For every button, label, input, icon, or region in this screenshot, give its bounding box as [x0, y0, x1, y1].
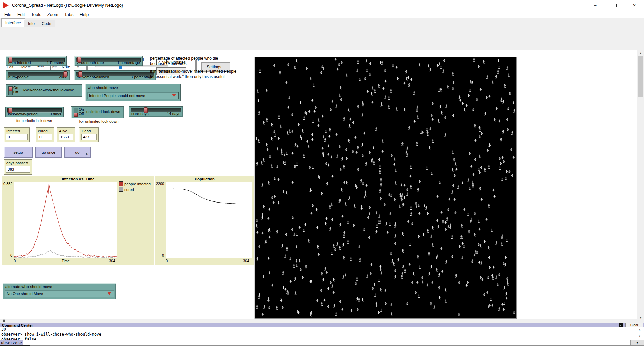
plot-area [166, 182, 252, 258]
window-title: Corona_Spread - NetLogo {H:\Google Drive… [12, 3, 123, 8]
menu-zoom[interactable]: Zoom [44, 11, 61, 18]
switch-off-label: Off [13, 90, 18, 94]
plot-infection-vs-time: Infection vs. Time 0.352 0 0 Time 364 pe… [2, 176, 154, 265]
splitter-up-icon[interactable] [3, 319, 5, 321]
slider-thumb[interactable] [8, 108, 12, 113]
menu-tabs[interactable]: Tabs [61, 11, 76, 18]
plot-canvas [14, 182, 117, 258]
scroll-up-icon[interactable]: ∧ [639, 328, 641, 331]
x-axis-min-label: 0 [166, 259, 168, 263]
history-dropdown-button[interactable]: ▼ [630, 340, 644, 345]
switch-track[interactable] [74, 108, 78, 117]
maximize-button[interactable] [605, 0, 625, 11]
command-input[interactable] [23, 340, 630, 345]
netlogo-logo-icon [3, 2, 9, 8]
slider-thumb[interactable] [78, 71, 82, 77]
monitor-label: cured [38, 129, 48, 133]
switch-knob[interactable] [9, 87, 12, 91]
monitor-alive: Alive 1563 [57, 127, 75, 142]
switch-unlimited-lock-down[interactable]: On Off unlimited-lock-down [71, 106, 124, 118]
monitor-value: 363 [6, 166, 30, 173]
slider-num-infected[interactable]: num-infected 1 Persons [6, 56, 67, 66]
monitor-cured: cured 0 [36, 127, 54, 142]
chooser-selected-value[interactable]: No One should Move [5, 290, 114, 297]
monitor-value: 437 [81, 134, 97, 140]
chooser-value-text: No One should Move [7, 292, 43, 296]
go-button[interactable]: go ↻ [64, 147, 91, 158]
menu-file[interactable]: File [1, 11, 14, 18]
note-who-should-move: If in "Who-should-move" there is "Limite… [150, 69, 264, 79]
slider-lock-down-period[interactable]: lock-down-period 0 days [5, 107, 64, 117]
output-line: observer: false [0, 337, 637, 340]
title-bar: Corona_Spread - NetLogo {H:\Google Drive… [0, 0, 644, 11]
scroll-down-icon[interactable]: ∨ [639, 334, 641, 337]
output-line: observer> show i-will-chose-who-should-m… [0, 332, 637, 337]
plot-area [14, 182, 117, 258]
maximize-icon [613, 4, 617, 7]
plot-population: Population 2200 0 0 364 [155, 176, 255, 265]
close-icon: ✕ [633, 3, 636, 8]
close-button[interactable]: ✕ [625, 0, 644, 11]
chooser-value-text: Infected People should not move [89, 94, 145, 98]
tab-strip: Interface Info Code [0, 18, 644, 28]
tab-code[interactable]: Code [38, 20, 55, 28]
note-death-rate: percentage of affected people who diebec… [150, 56, 261, 66]
command-center-splitter[interactable] [0, 319, 644, 323]
x-axis-label: Time [14, 259, 117, 263]
minimize-button[interactable]: – [586, 0, 605, 11]
command-center-output: 30 observer> show i-will-chose-who-shoul… [0, 327, 637, 340]
slider-value: 1 Persons [47, 61, 64, 65]
go-once-button[interactable]: go once [35, 147, 62, 158]
chooser-title: alternate-who-should-move [5, 285, 52, 289]
plot-canvas [166, 182, 252, 258]
legend-swatch [119, 181, 123, 186]
slider-thumb[interactable] [63, 71, 67, 77]
chooser-title: who-should-move [88, 85, 118, 90]
x-axis-max-label: 364 [243, 259, 249, 263]
world-view[interactable] [255, 57, 517, 319]
switch-on-label: On [13, 85, 18, 90]
monitor-days-passed: days passed 363 [4, 159, 32, 175]
switch-track[interactable] [8, 86, 13, 95]
slider-thumb[interactable] [144, 107, 148, 113]
switch-knob[interactable] [74, 113, 78, 117]
switch-on-label: On [79, 107, 84, 111]
tab-info[interactable]: Info [24, 20, 38, 28]
switch-i-will-chose-who-should-move[interactable]: On Off i-will-chose-who-should-move [6, 84, 82, 97]
y-axis-max-label: 0.352 [3, 182, 13, 186]
monitor-dead: Dead 437 [79, 127, 99, 142]
monitor-value: 0 [6, 134, 28, 140]
slider-value: 0 days [50, 112, 61, 116]
slider-virus-death-rate[interactable]: virus-death-rate 1 percentage [74, 56, 143, 66]
tab-interface[interactable]: Interface [1, 18, 25, 28]
slider-cure-days[interactable]: cure-days 14 days [129, 106, 183, 117]
output-scrollbar[interactable]: ∧ ∨ [637, 327, 644, 340]
slider-value: 1 percentage [117, 61, 140, 65]
slider-movement-allowed[interactable]: movement-allowed 3 percentage [74, 70, 156, 80]
slider-num-people[interactable]: num-people 2000 [6, 70, 70, 80]
menu-help[interactable]: Help [76, 11, 92, 18]
minimize-icon: – [594, 3, 597, 8]
slider-value: 14 days [167, 112, 180, 116]
menu-tools[interactable]: Tools [28, 11, 44, 18]
chooser-alternate-who-should-move[interactable]: alternate-who-should-move No One should … [3, 283, 116, 299]
monitor-label: Dead [82, 129, 91, 133]
scroll-up-icon[interactable]: ▲ [637, 50, 644, 56]
menu-edit[interactable]: Edit [14, 11, 28, 18]
setup-button[interactable]: setup [4, 147, 33, 158]
chooser-who-should-move[interactable]: who-should-move Infected People should n… [85, 84, 181, 101]
chooser-selected-value[interactable]: Infected People should not move [87, 92, 179, 99]
monitor-label: Infected [6, 129, 20, 133]
scrollbar-thumb[interactable] [638, 56, 643, 97]
slider-label: num-people [8, 75, 29, 79]
switch-label: unlimited-lock-down [86, 110, 120, 114]
slider-thumb[interactable] [9, 57, 12, 63]
slider-thumb[interactable] [77, 57, 81, 63]
observer-prompt[interactable]: observer> [0, 340, 23, 345]
command-center-header: Command Center ↕ Clear [0, 323, 644, 327]
forever-icon: ↻ [86, 152, 89, 156]
x-axis-max-label: 364 [109, 259, 115, 263]
detach-icon[interactable]: ↕ [619, 323, 623, 327]
interface-scrollbar[interactable]: ▲ ▼ [637, 50, 644, 321]
plot-title: Infection vs. Time [2, 177, 154, 181]
